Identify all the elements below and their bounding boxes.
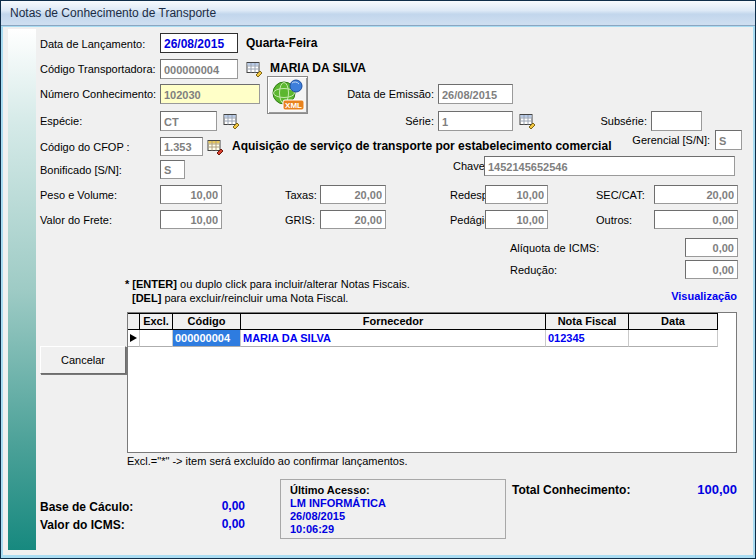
taxas-input[interactable]: [320, 185, 386, 204]
total-conhecimento-label: Total Conhecimento:: [512, 484, 630, 497]
ultimo-acesso-company: LM INFORMÁTICA: [290, 497, 496, 510]
data-emissao-label: Data de Emissão:: [330, 88, 434, 101]
outros-label: Outros:: [596, 214, 632, 227]
ultimo-acesso-date: 26/08/2015: [290, 510, 496, 523]
weekday-label: Quarta-Feira: [246, 37, 317, 50]
especie-lookup-icon[interactable]: [223, 112, 241, 129]
gris-label: GRIS:: [285, 214, 315, 227]
valor-frete-label: Valor do Frete:: [40, 214, 112, 227]
grid-cell-fornecedor[interactable]: MARIA DA SILVA: [241, 330, 546, 347]
outros-input[interactable]: [654, 210, 738, 229]
chave-label: Chave: [453, 160, 485, 173]
grid-cell-nota-fiscal[interactable]: 012345: [546, 330, 629, 347]
notas-fiscais-grid[interactable]: Excl. Código Fornecedor Nota Fiscal Data…: [127, 312, 737, 453]
cfop-lookup-icon[interactable]: [207, 138, 225, 155]
gris-input[interactable]: [320, 210, 386, 229]
grid-header-row: Excl. Código Fornecedor Nota Fiscal Data: [128, 313, 736, 330]
transportadora-name-label: MARIA DA SILVA: [270, 62, 366, 75]
del-key-label: [DEL]: [132, 292, 161, 304]
gerencial-input[interactable]: [715, 130, 742, 150]
reducao-input[interactable]: [685, 260, 738, 279]
visualizacao-link[interactable]: Visualização: [637, 290, 737, 302]
ultimo-acesso-panel: Último Acesso: LM INFORMÁTICA 26/08/2015…: [280, 479, 506, 539]
grid-cell-excl[interactable]: [140, 330, 173, 347]
enter-key-label: * [ENTER]: [125, 278, 177, 290]
serie-lookup-icon[interactable]: [519, 112, 537, 129]
ultimo-acesso-time: 10:06:29: [290, 523, 496, 536]
table-row[interactable]: 000000004 MARIA DA SILVA 012345: [128, 330, 736, 347]
grid-header-indicator: [128, 313, 140, 330]
window-title: Notas de Conhecimento de Transporte: [10, 6, 216, 20]
ultimo-acesso-label: Último Acesso:: [290, 484, 496, 497]
dialog-window: Notas de Conhecimento de Transporte Data…: [0, 0, 756, 559]
peso-volume-label: Peso e Volume:: [40, 189, 117, 202]
title-bar: Notas de Conhecimento de Transporte: [1, 1, 755, 26]
codigo-transportadora-label: Código Transportadora:: [40, 63, 156, 76]
numero-conhecimento-label: Número Conhecimento:: [40, 88, 156, 101]
serie-input[interactable]: [438, 111, 513, 131]
base-calculo-value: 0,00: [145, 500, 245, 513]
aliquota-icms-input[interactable]: [685, 238, 738, 257]
enter-instruction: * [ENTER] ou duplo click para incluir/al…: [125, 278, 410, 291]
xml-globe-button[interactable]: XML: [267, 76, 308, 114]
transportadora-lookup-icon[interactable]: [246, 60, 264, 77]
xml-globe-icon: XML: [271, 79, 305, 111]
pedagio-input[interactable]: [485, 210, 548, 229]
svg-text:XML: XML: [285, 101, 302, 110]
serie-label: Série:: [330, 115, 434, 128]
valor-icms-label: Valor do ICMS:: [40, 519, 125, 532]
total-conhecimento-value: 100,00: [633, 483, 737, 496]
grid-header-excl: Excl.: [140, 313, 173, 330]
reducao-label: Redução:: [510, 264, 557, 277]
especie-input[interactable]: [160, 111, 217, 131]
base-calculo-label: Base de Cáculo:: [40, 501, 133, 514]
bonificado-input[interactable]: [160, 160, 185, 179]
data-lancamento-label: Data de Lançamento:: [40, 38, 145, 51]
valor-frete-input[interactable]: [160, 210, 222, 229]
del-instruction: [DEL] para excluir/reincluir uma Nota Fi…: [132, 292, 348, 305]
grid-header-data: Data: [629, 313, 718, 330]
codigo-cfop-input[interactable]: [160, 137, 203, 156]
codigo-cfop-label: Código do CFOP :: [40, 141, 130, 154]
grid-cell-data[interactable]: [629, 330, 718, 347]
cfop-description-label: Aquisição de serviço de transporte por e…: [232, 140, 611, 153]
subserie-label: Subsérie:: [573, 115, 647, 128]
grid-cell-indicator: [128, 330, 140, 347]
sec-cat-label: SEC/CAT:: [596, 189, 645, 202]
dialog-client-area: Data de Lançamento: Quarta-Feira Código …: [3, 27, 753, 555]
teal-gradient-sidebar: [8, 29, 36, 550]
data-lancamento-input[interactable]: [160, 33, 238, 53]
subserie-input[interactable]: [651, 111, 702, 131]
especie-label: Espécie:: [40, 115, 82, 128]
numero-conhecimento-input[interactable]: [160, 84, 260, 104]
peso-volume-input[interactable]: [160, 185, 222, 204]
sec-cat-input[interactable]: [654, 185, 738, 204]
cancelar-button[interactable]: Cancelar: [40, 346, 126, 374]
excl-note-label: Excl.="*" -> item será excluído ao confi…: [127, 455, 407, 468]
chave-input[interactable]: [484, 156, 735, 176]
current-row-indicator-icon: [130, 334, 137, 342]
gerencial-label: Gerencial [S/N]:: [610, 134, 710, 147]
bonificado-label: Bonificado [S/N]:: [40, 164, 122, 177]
grid-header-codigo: Código: [173, 313, 241, 330]
taxas-label: Taxas:: [285, 189, 317, 202]
valor-icms-value: 0,00: [145, 518, 245, 531]
data-emissao-input[interactable]: [438, 84, 513, 104]
grid-header-fornecedor: Fornecedor: [241, 313, 546, 330]
grid-header-nota-fiscal: Nota Fiscal: [546, 313, 629, 330]
codigo-transportadora-input[interactable]: [160, 59, 238, 79]
grid-cell-codigo[interactable]: 000000004: [173, 330, 241, 347]
redespacho-input[interactable]: [485, 185, 548, 204]
aliquota-icms-label: Alíquota de ICMS:: [510, 242, 599, 255]
